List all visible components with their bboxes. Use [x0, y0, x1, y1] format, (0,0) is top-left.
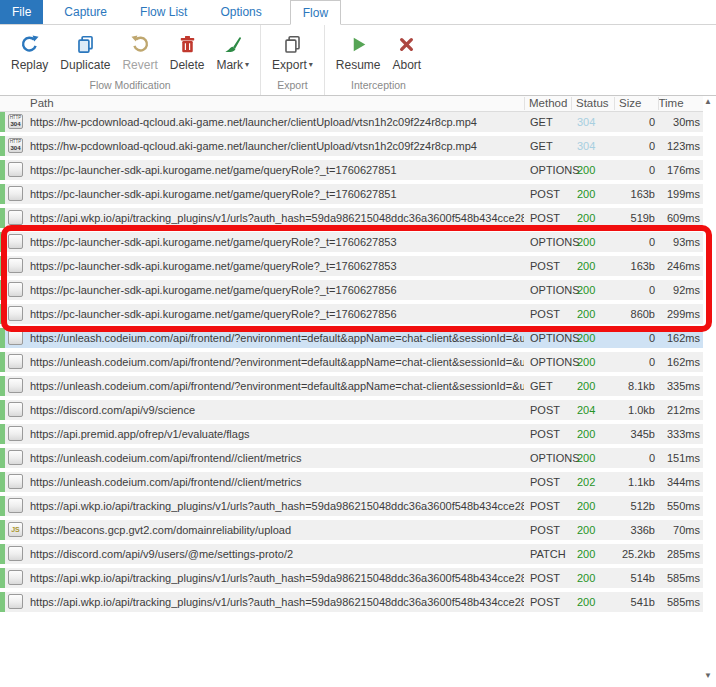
tab-options[interactable]: Options	[208, 0, 273, 24]
row-type-icon	[8, 162, 23, 177]
row-status-strip	[0, 160, 5, 180]
row-time: 344ms	[655, 472, 700, 492]
row-method: POST	[530, 472, 560, 492]
table-row[interactable]: https://api.wkp.io/api/tracking_plugins/…	[0, 592, 703, 612]
column-header-status[interactable]: Status	[576, 96, 609, 111]
row-time: 70ms	[655, 520, 700, 540]
row-time: 162ms	[655, 328, 700, 348]
replay-button[interactable]: Replay	[5, 30, 54, 73]
row-status-strip	[0, 304, 5, 324]
table-row[interactable]: https://discord.com/api/v9/users/@me/set…	[0, 544, 703, 564]
mark-button[interactable]: Mark▾	[210, 30, 255, 73]
row-status: 200	[577, 304, 595, 324]
row-type-icon	[8, 546, 23, 561]
js-file-icon: JS	[8, 522, 23, 537]
row-status-strip	[0, 400, 5, 420]
row-status-strip	[0, 112, 5, 132]
table-row[interactable]: https://unleash.codeium.com/api/frontend…	[0, 328, 703, 348]
row-method: POST	[530, 256, 560, 276]
row-status: 200	[577, 568, 595, 588]
abort-button[interactable]: Abort	[387, 30, 428, 73]
scrollbar-down-icon[interactable]: ▼	[702, 671, 714, 681]
column-header-path[interactable]: Path	[30, 96, 54, 111]
http-304-icon: HTTP304	[8, 114, 23, 129]
row-size: 1.1kb	[598, 472, 655, 492]
row-status: 200	[577, 184, 595, 204]
row-status: 202	[577, 472, 595, 492]
delete-button[interactable]: Delete	[164, 30, 211, 73]
row-path: https://api.premid.app/ofrep/v1/evaluate…	[30, 424, 524, 444]
row-status: 200	[577, 328, 595, 348]
row-path: https://api.wkp.io/api/tracking_plugins/…	[30, 592, 524, 612]
table-row[interactable]: https://pc-launcher-sdk-api.kurogame.net…	[0, 232, 703, 252]
tab-file[interactable]: File	[0, 0, 43, 24]
dropdown-caret-icon: ▾	[309, 61, 313, 69]
row-type-icon	[8, 474, 23, 489]
row-path: https://pc-launcher-sdk-api.kurogame.net…	[30, 304, 524, 324]
row-status-strip	[0, 424, 5, 444]
row-time: 162ms	[655, 352, 700, 372]
row-path: https://pc-launcher-sdk-api.kurogame.net…	[30, 160, 524, 180]
row-time: 176ms	[655, 160, 700, 180]
duplicate-button[interactable]: Duplicate	[54, 30, 116, 73]
table-row[interactable]: https://unleash.codeium.com/api/frontend…	[0, 376, 703, 396]
row-status: 204	[577, 400, 595, 420]
table-row[interactable]: https://unleash.codeium.com/api/frontend…	[0, 352, 703, 372]
row-size: 512b	[598, 496, 655, 516]
tab-capture[interactable]: Capture	[52, 0, 119, 24]
row-status-strip	[0, 520, 5, 540]
row-size: 0	[598, 328, 655, 348]
scrollbar-up-icon[interactable]: ▲	[702, 97, 714, 107]
row-status-strip	[0, 448, 5, 468]
row-time: 333ms	[655, 424, 700, 444]
row-method: OPTIONS	[530, 352, 580, 372]
tab-flow-list[interactable]: Flow List	[128, 0, 199, 24]
row-status-strip	[0, 208, 5, 228]
revert-icon	[129, 33, 151, 55]
row-path: https://api.wkp.io/api/tracking_plugins/…	[30, 568, 524, 588]
column-header-method[interactable]: Method	[529, 96, 567, 111]
row-status-strip	[0, 352, 5, 372]
row-status: 200	[577, 352, 595, 372]
row-size: 0	[598, 448, 655, 468]
table-row[interactable]: https://unleash.codeium.com/api/frontend…	[0, 448, 703, 468]
table-row[interactable]: https://discord.com/api/v9/science POST …	[0, 400, 703, 420]
export-button[interactable]: Export▾	[266, 30, 319, 73]
http-304-icon: HTTP304	[8, 138, 23, 153]
row-status-strip	[0, 232, 5, 252]
table-row[interactable]: https://api.wkp.io/api/tracking_plugins/…	[0, 496, 703, 516]
row-path: https://hw-pcdownload-qcloud.aki-game.ne…	[30, 112, 524, 132]
table-row[interactable]: HTTP304 https://hw-pcdownload-qcloud.aki…	[0, 136, 703, 156]
row-size: 25.2kb	[598, 544, 655, 564]
table-row[interactable]: https://pc-launcher-sdk-api.kurogame.net…	[0, 160, 703, 180]
resume-button[interactable]: Resume	[330, 30, 387, 73]
row-type-icon	[8, 498, 23, 513]
row-type-icon	[8, 186, 23, 201]
row-size: 519b	[598, 208, 655, 228]
row-method: POST	[530, 208, 560, 228]
table-row[interactable]: https://pc-launcher-sdk-api.kurogame.net…	[0, 280, 703, 300]
row-time: 550ms	[655, 496, 700, 516]
column-header-time[interactable]: Time	[646, 96, 696, 111]
row-size: 514b	[598, 568, 655, 588]
column-header-size[interactable]: Size	[619, 96, 641, 111]
revert-button[interactable]: Revert	[116, 30, 163, 73]
table-row[interactable]: https://api.wkp.io/api/tracking_plugins/…	[0, 568, 703, 588]
row-status: 200	[577, 424, 595, 444]
row-time: 299ms	[655, 304, 700, 324]
table-row[interactable]: https://api.premid.app/ofrep/v1/evaluate…	[0, 424, 703, 444]
table-row[interactable]: https://pc-launcher-sdk-api.kurogame.net…	[0, 304, 703, 324]
row-method: POST	[530, 184, 560, 204]
tab-flow[interactable]: Flow	[290, 0, 341, 25]
row-time: 585ms	[655, 592, 700, 612]
table-row[interactable]: https://unleash.codeium.com/api/frontend…	[0, 472, 703, 492]
row-path: https://unleash.codeium.com/api/frontend…	[30, 448, 524, 468]
table-row[interactable]: https://pc-launcher-sdk-api.kurogame.net…	[0, 256, 703, 276]
group-export: Export▾ Export	[261, 25, 325, 95]
flow-table-header: Path Method Status Size Time	[0, 96, 703, 112]
table-row[interactable]: https://pc-launcher-sdk-api.kurogame.net…	[0, 184, 703, 204]
column-divider	[614, 97, 615, 110]
table-row[interactable]: https://api.wkp.io/api/tracking_plugins/…	[0, 208, 703, 228]
table-row[interactable]: HTTP304 https://hw-pcdownload-qcloud.aki…	[0, 112, 703, 132]
table-row[interactable]: JS https://beacons.gcp.gvt2.com/domainre…	[0, 520, 703, 540]
